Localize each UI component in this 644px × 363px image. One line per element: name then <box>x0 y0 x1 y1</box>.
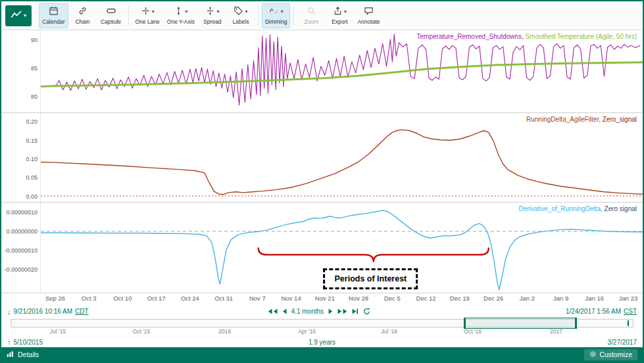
arrow-up-icon: ↑ <box>7 338 11 346</box>
annotation-periods-of-interest[interactable]: Periods of Interest <box>324 268 418 289</box>
plot-area-derivative[interactable]: Derivative_of_RunningDelta, Zero signal … <box>40 203 643 293</box>
legend-item[interactable]: Temperature_Removed_Shutdowns <box>417 33 522 40</box>
lane-plot-svg[interactable] <box>41 30 643 112</box>
timebar-selection-region[interactable] <box>464 318 577 329</box>
x-tick-label: Jan 23 <box>619 295 638 302</box>
legend-item[interactable]: Zero_signal <box>603 116 637 123</box>
x-tick-label: Oct 24 <box>181 295 199 302</box>
toolbar-button-label: Calendar <box>42 18 65 25</box>
y-axis-running-delta[interactable]: 0.200.150.100.050.00 <box>1 113 40 202</box>
trend-chart-area[interactable]: 908580 Temperature_Removed_Shutdowns, Sm… <box>1 30 643 304</box>
toolbar-button-label: Capsule <box>101 18 121 25</box>
toolbar-button-calendar[interactable]: Calendar <box>39 3 68 28</box>
customize-button[interactable]: Customize <box>584 349 637 360</box>
auto-update-button[interactable] <box>363 308 370 315</box>
legend-item[interactable]: RunningDelta_AgileFilter <box>526 116 599 123</box>
toolbar-button-one-y-axis[interactable]: ▾One Y-Axis <box>164 3 198 28</box>
x-tick-label: Nov 14 <box>282 295 301 302</box>
plot-area-temperature[interactable]: Temperature_Removed_Shutdowns, Smoothed … <box>40 30 643 112</box>
y-tick-label: 0.10 <box>26 156 37 162</box>
chain-icon <box>78 6 87 18</box>
toolbar-button-label: Zoom <box>305 18 319 25</box>
zoom-icon <box>307 6 316 18</box>
toolbar-button-chain[interactable]: Chain <box>69 3 97 28</box>
display-end-timestamp[interactable]: 1/24/2017 1:56 AM <box>566 308 621 315</box>
toolbar-button-labels[interactable]: ▾Labels <box>227 3 255 28</box>
lane-plot-svg[interactable] <box>41 113 643 202</box>
annotate-icon <box>364 6 374 18</box>
x-tick-label: Oct 3 <box>82 295 97 302</box>
brace-annotation[interactable] <box>259 248 489 262</box>
series-temperature-removed-shutdowns[interactable] <box>55 34 640 105</box>
investigate-duration-label[interactable]: 1.9 years <box>309 339 335 346</box>
step-back-button[interactable] <box>282 308 287 314</box>
y-tick-label: 0.00000010 <box>6 209 37 216</box>
timebar-tick-label: Jul '15 <box>50 328 66 335</box>
y-axis-temperature[interactable]: 908580 <box>1 30 40 112</box>
spread-icon <box>205 6 215 18</box>
display-start-timezone[interactable]: CDT <box>75 308 89 315</box>
legend-item[interactable]: Zero signal <box>605 205 637 212</box>
timebar-tick-label: Oct '15 <box>133 328 151 335</box>
series-runningdelta-agilefilter[interactable] <box>41 130 643 194</box>
timebar-tick-label: Oct '16 <box>464 328 482 335</box>
toolbar-button-label: Export <box>332 18 348 25</box>
chevron-down-icon: ▾ <box>185 9 187 14</box>
lane-legend: Derivative_of_RunningDelta, Zero signal <box>518 205 637 212</box>
step-forward-button[interactable] <box>328 308 333 314</box>
trend-view-button[interactable]: ▾ <box>5 5 32 26</box>
toolbar-button-annotate[interactable]: Annotate <box>354 3 383 28</box>
investigate-start-date[interactable]: 5/10/2015 <box>14 339 43 346</box>
chevron-down-icon: ▾ <box>344 9 347 14</box>
toolbar-separator <box>293 6 294 26</box>
toolbar-button-label: One Y-Axis <box>167 18 195 25</box>
x-tick-label: Dec 26 <box>483 295 503 302</box>
y-axis-derivative[interactable]: 0.000000100.00000000-0.00000010-0.000000… <box>1 203 40 293</box>
legend-item[interactable]: Smoothed Temperature (Agile, 50 hrs) <box>526 33 637 40</box>
display-range-start[interactable]: ↓ 9/21/2016 10:16 AM CDT <box>7 308 89 316</box>
toolbar-button-label: Labels <box>232 18 249 25</box>
x-tick-label: Nov 7 <box>249 295 266 302</box>
go-to-end-button[interactable] <box>352 308 359 314</box>
bottom-panel-bar: Details Customize <box>1 347 643 362</box>
calendar-icon <box>49 6 59 18</box>
y-tick-label: 0.05 <box>26 174 37 181</box>
display-start-timestamp[interactable]: 9/21/2016 10:16 AM <box>14 308 73 315</box>
investigate-end-date[interactable]: 3/27/2017 <box>608 339 637 346</box>
lane-derivative: 0.000000100.00000000-0.00000010-0.000000… <box>1 203 643 293</box>
skip-forward-button[interactable] <box>337 308 347 314</box>
timebar-tick-label: 2016 <box>218 328 231 335</box>
y-tick-label: 0.00 <box>26 193 37 200</box>
details-panel-toggle[interactable]: Details <box>7 351 39 359</box>
skip-back-button[interactable] <box>268 308 278 314</box>
timebar-track[interactable] <box>11 319 633 327</box>
toolbar-button-label: Chain <box>75 18 89 25</box>
time-navigation-controls: 4.1 months <box>268 304 370 318</box>
display-duration-label[interactable]: 4.1 months <box>291 308 324 315</box>
toolbar-button-dimming[interactable]: ▾Dimming <box>262 3 291 28</box>
y-tick-label: 85 <box>31 65 37 72</box>
plot-area-running-delta[interactable]: RunningDelta_AgileFilter, Zero_signal <box>40 113 643 202</box>
chevron-down-icon: ▾ <box>24 12 26 18</box>
toolbar-button-label: Spread <box>203 18 221 25</box>
y-tick-label: -0.00000010 <box>4 247 37 254</box>
toolbar-button-one-lane[interactable]: ▾One Lane <box>132 3 163 28</box>
lane-temperature: 908580 Temperature_Removed_Shutdowns, Sm… <box>1 30 643 113</box>
toolbar-button-spread[interactable]: ▾Spread <box>199 3 226 28</box>
toolbar-button-export[interactable]: ▾Export <box>326 3 353 28</box>
gear-icon <box>589 351 597 359</box>
timebar-tick-label: Apr '16 <box>298 328 316 335</box>
toolbar-button-group: CalendarChainCapsule▾One Lane▾One Y-Axis… <box>39 3 383 28</box>
x-tick-label: Jan 9 <box>553 295 568 302</box>
investigate-range-start[interactable]: ↑ 5/10/2015 <box>7 338 43 346</box>
x-axis[interactable]: Sep 26Oct 3Oct 10Oct 17Oct 24Oct 31Nov 7… <box>41 293 643 304</box>
toolbar-button-capsule[interactable]: Capsule <box>97 3 125 28</box>
chevron-down-icon: ▾ <box>152 9 155 14</box>
y-tick-label: 0.20 <box>26 118 37 125</box>
legend-item[interactable]: Derivative_of_RunningDelta <box>518 205 601 212</box>
display-end-timezone[interactable]: CST <box>624 308 637 315</box>
display-range-end[interactable]: 1/24/2017 1:56 AM CST <box>566 308 637 315</box>
toolbar-button-label: One Lane <box>136 18 160 25</box>
series-smoothed-temperature[interactable] <box>41 62 643 87</box>
timebar-tick-label: Jul '16 <box>382 328 397 335</box>
